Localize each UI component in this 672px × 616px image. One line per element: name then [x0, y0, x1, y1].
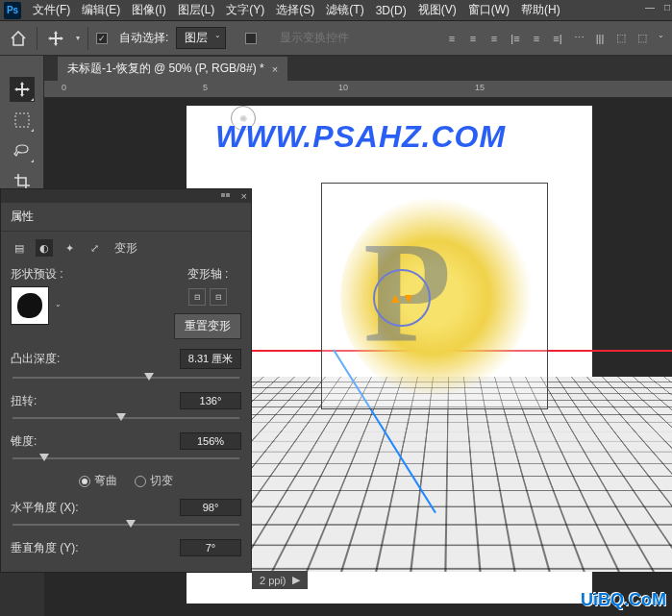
chevron-down-icon: ⌄ — [214, 31, 221, 39]
menu-filter[interactable]: 滤镜(T) — [320, 2, 369, 18]
shear-radio[interactable]: 切变 — [135, 473, 173, 489]
menu-edit[interactable]: 编辑(E) — [76, 2, 126, 18]
align-hcenter-icon[interactable]: ≡ — [529, 31, 544, 46]
3d-mode2-icon[interactable]: ⬚ — [635, 31, 650, 46]
twist-label: 扭转: — [11, 393, 37, 409]
close-icon[interactable]: × — [272, 63, 278, 75]
align-bottom-icon[interactable]: ≡ — [486, 31, 502, 46]
watermark-bottom: UiBQ.CoM — [581, 590, 666, 610]
taper-value[interactable]: 156% — [180, 432, 241, 450]
status-resolution: 2 ppi) — [260, 575, 286, 586]
panel-menu-icon[interactable]: × — [241, 190, 247, 202]
gizmo-handle-icon[interactable]: ▲▼ — [388, 290, 415, 306]
extrude-depth-slider[interactable] — [12, 373, 239, 382]
taper-label: 锥度: — [11, 433, 37, 450]
horizontal-ruler: 0 5 10 15 — [44, 81, 672, 98]
align-vcenter-icon[interactable]: ≡ — [465, 31, 481, 46]
document-tab[interactable]: 未标题-1-恢复的 @ 50% (P, RGB/8#) * × — [58, 57, 287, 81]
menu-file[interactable]: 文件(F) — [27, 2, 76, 18]
document-tab-title: 未标题-1-恢复的 @ 50% (P, RGB/8#) * — [67, 61, 264, 77]
shape-preset-thumbnail[interactable] — [11, 286, 49, 325]
chevron-down-icon[interactable]: ⌄ — [55, 300, 62, 308]
show-transform-label: 显示变换控件 — [280, 30, 349, 46]
align-top-icon[interactable]: ≡ — [444, 31, 460, 46]
document-tab-bar: 未标题-1-恢复的 @ 50% (P, RGB/8#) * × — [0, 56, 672, 81]
menu-view[interactable]: 视图(V) — [412, 2, 462, 18]
app-logo: Ps — [4, 2, 21, 19]
coord-tab-icon[interactable]: ⤢ — [86, 239, 103, 257]
flyout-caret-icon — [31, 129, 34, 132]
ruler-tick: 10 — [338, 83, 348, 92]
extrude-depth-value[interactable]: 8.31 厘米 — [180, 349, 241, 369]
auto-select-label: 自动选择: — [119, 30, 168, 46]
taper-slider[interactable] — [12, 454, 239, 463]
shape-preset-label: 形状预设 : — [11, 266, 63, 283]
minimize-icon[interactable]: — — [645, 2, 655, 12]
v-angle-value[interactable]: 7° — [180, 539, 241, 556]
h-angle-value[interactable]: 98° — [180, 499, 241, 516]
menu-layer[interactable]: 图层(L) — [172, 2, 221, 18]
menu-type[interactable]: 文字(Y) — [220, 2, 270, 18]
menu-window[interactable]: 窗口(W) — [462, 2, 515, 18]
3d-mode-icon[interactable]: ⬚ — [613, 31, 629, 46]
menu-image[interactable]: 图像(I) — [126, 2, 171, 18]
ruler-tick: 15 — [475, 83, 485, 92]
bend-radio[interactable]: 弯曲 — [79, 473, 117, 489]
twist-value[interactable]: 136° — [180, 392, 241, 409]
more-icon[interactable]: ⋯ — [571, 31, 586, 46]
deform-axis-label: 变形轴 : — [174, 266, 241, 283]
flyout-caret-icon — [31, 160, 34, 162]
current-tool-move-icon[interactable] — [45, 28, 66, 49]
properties-subtabs: ▤ ◐ ✦ ⤢ 变形 — [11, 239, 241, 257]
panel-title[interactable]: 属性 — [1, 203, 251, 232]
auto-select-checkbox[interactable]: ✓ — [96, 33, 108, 44]
twist-slider[interactable] — [12, 413, 239, 423]
reset-deform-button[interactable]: 重置变形 — [174, 313, 241, 339]
divider — [87, 27, 88, 50]
watermark-text: WWW.PSAHZ.COM — [215, 119, 506, 155]
align-icon-group: ≡ ≡ ≡ |≡ ≡ ≡| ⋯ ||| ⬚ ⬚ ⌄ — [444, 31, 664, 46]
divider — [37, 27, 37, 50]
extrude-depth-label: 凸出深度: — [11, 351, 60, 367]
menu-3d[interactable]: 3D(D) — [370, 4, 412, 17]
align-left-icon[interactable]: |≡ — [508, 31, 523, 46]
h-angle-label: 水平角度 (X): — [11, 500, 79, 516]
axis-x-icon[interactable]: ⊟ — [188, 288, 206, 306]
options-bar: ▾ ✓ 自动选择: 图层 ⌄ 显示变换控件 ≡ ≡ ≡ |≡ ≡ ≡| ⋯ ||… — [0, 21, 672, 56]
chevron-down-icon[interactable]: ▾ — [76, 34, 80, 42]
mesh-tab-icon[interactable]: ▤ — [11, 239, 28, 257]
properties-panel: × 属性 ▤ ◐ ✦ ⤢ 变形 形状预设 : ⌄ 变形轴 : ⊟ — [0, 188, 252, 573]
menu-help[interactable]: 帮助(H) — [515, 2, 566, 18]
menu-select[interactable]: 选择(S) — [270, 2, 320, 18]
home-icon[interactable] — [8, 28, 29, 49]
chevron-right-icon[interactable]: ▶ — [292, 574, 300, 586]
status-bar-fragment: 2 ppi) ▶ — [252, 571, 308, 589]
h-angle-slider[interactable] — [12, 520, 239, 530]
show-transform-checkbox[interactable] — [245, 33, 257, 44]
deform-tab-icon[interactable]: ◐ — [36, 239, 53, 257]
menu-bar: Ps 文件(F) 编辑(E) 图像(I) 图层(L) 文字(Y) 选择(S) 滤… — [0, 0, 672, 21]
subtab-label: 变形 — [114, 240, 137, 257]
flyout-caret-icon — [31, 98, 34, 101]
cap-tab-icon[interactable]: ✦ — [61, 239, 78, 257]
panel-tab-strip: × — [1, 189, 251, 203]
panel-dock-grip-icon[interactable] — [221, 193, 230, 197]
tools-toolbar — [0, 56, 44, 198]
v-angle-label: 垂直角度 (Y): — [11, 540, 79, 556]
3d-gizmo[interactable]: ▲▼ — [373, 269, 431, 327]
distribute-icon[interactable]: ||| — [592, 31, 608, 46]
chevron-down-icon[interactable]: ⌄ — [658, 31, 664, 46]
ruler-tick: 0 — [62, 83, 66, 92]
svg-rect-0 — [15, 113, 29, 127]
axis-y-icon[interactable]: ⊟ — [210, 288, 227, 306]
ruler-tick: 5 — [203, 83, 208, 92]
window-controls: — □ — [645, 2, 670, 12]
auto-select-dropdown[interactable]: 图层 ⌄ — [176, 27, 226, 49]
align-right-icon[interactable]: ≡| — [550, 31, 565, 46]
maximize-icon[interactable]: □ — [664, 2, 670, 12]
